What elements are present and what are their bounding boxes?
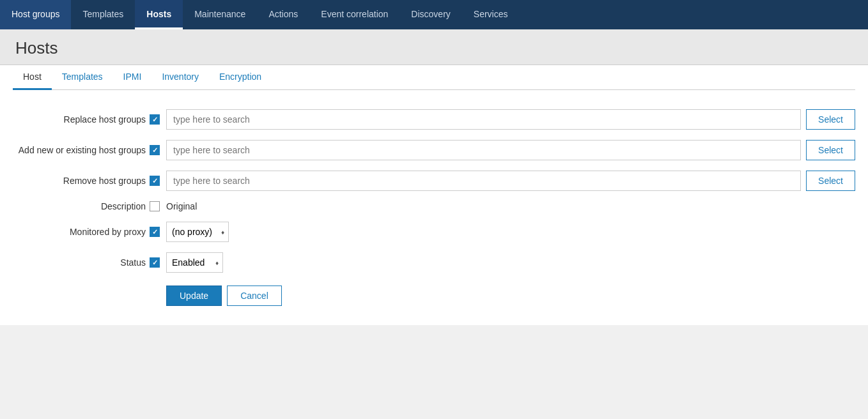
monitored-by-proxy-label: Monitored by proxy <box>13 227 166 237</box>
status-controls: Enabled Disabled <box>166 252 855 273</box>
remove-host-groups-row: Remove host groups Select <box>13 171 855 191</box>
replace-host-groups-row: Replace host groups Select <box>13 109 855 130</box>
description-label: Description <box>13 201 166 211</box>
tab-ipmi[interactable]: IPMI <box>113 65 152 90</box>
content-area: Host Templates IPMI Inventory Encryption… <box>0 65 868 325</box>
remove-host-groups-input[interactable] <box>166 171 801 191</box>
replace-host-groups-controls: Select <box>166 109 855 130</box>
description-value: Original <box>166 201 197 211</box>
monitored-by-proxy-controls: (no proxy) proxy1 proxy2 <box>166 222 855 242</box>
add-host-groups-controls: Select <box>166 140 855 160</box>
nav-item-services[interactable]: Services <box>462 0 520 29</box>
nav-item-actions[interactable]: Actions <box>257 0 309 29</box>
replace-host-groups-select-button[interactable]: Select <box>806 109 855 130</box>
remove-host-groups-select-button[interactable]: Select <box>806 171 855 191</box>
nav-item-event-correlation[interactable]: Event correlation <box>309 0 399 29</box>
nav-item-maintenance[interactable]: Maintenance <box>183 0 257 29</box>
tab-inventory[interactable]: Inventory <box>151 65 209 90</box>
status-select[interactable]: Enabled Disabled <box>166 252 223 273</box>
cancel-button[interactable]: Cancel <box>227 286 282 306</box>
nav-item-discovery[interactable]: Discovery <box>399 0 461 29</box>
nav-item-host-groups[interactable]: Host groups <box>0 0 71 29</box>
add-host-groups-row: Add new or existing host groups Select <box>13 140 855 160</box>
top-navigation: Host groups Templates Hosts Maintenance … <box>0 0 868 29</box>
replace-host-groups-label: Replace host groups <box>13 114 166 125</box>
nav-item-templates[interactable]: Templates <box>71 0 135 29</box>
page-title: Hosts <box>15 38 853 58</box>
status-select-wrapper: Enabled Disabled <box>166 252 223 273</box>
replace-host-groups-checkbox[interactable] <box>150 114 160 125</box>
monitored-by-proxy-checkbox[interactable] <box>150 227 160 237</box>
monitored-by-proxy-select[interactable]: (no proxy) proxy1 proxy2 <box>166 222 229 242</box>
remove-host-groups-checkbox[interactable] <box>150 176 160 186</box>
description-row: Description Original <box>13 201 855 211</box>
status-label: Status <box>13 257 166 268</box>
description-controls: Original <box>166 201 855 211</box>
remove-host-groups-controls: Select <box>166 171 855 191</box>
status-row: Status Enabled Disabled <box>13 252 855 273</box>
tab-templates[interactable]: Templates <box>52 65 113 90</box>
tab-encryption[interactable]: Encryption <box>209 65 272 90</box>
add-host-groups-select-button[interactable]: Select <box>806 140 855 160</box>
tab-host[interactable]: Host <box>13 65 52 90</box>
description-checkbox[interactable] <box>150 201 160 211</box>
update-button[interactable]: Update <box>166 286 222 306</box>
remove-host-groups-label: Remove host groups <box>13 176 166 186</box>
monitored-by-proxy-row: Monitored by proxy (no proxy) proxy1 pro… <box>13 222 855 242</box>
add-host-groups-input[interactable] <box>166 140 801 160</box>
monitored-by-proxy-select-wrapper: (no proxy) proxy1 proxy2 <box>166 222 229 242</box>
page-header: Hosts <box>0 29 868 65</box>
add-host-groups-checkbox[interactable] <box>150 145 160 155</box>
add-host-groups-label: Add new or existing host groups <box>13 145 166 155</box>
replace-host-groups-input[interactable] <box>166 109 801 130</box>
sub-tabs: Host Templates IPMI Inventory Encryption <box>13 65 855 90</box>
status-checkbox[interactable] <box>150 257 160 268</box>
nav-item-hosts[interactable]: Hosts <box>135 0 183 29</box>
form-actions: Update Cancel <box>166 283 855 306</box>
form-body: Replace host groups Select Add new or ex… <box>13 103 855 312</box>
